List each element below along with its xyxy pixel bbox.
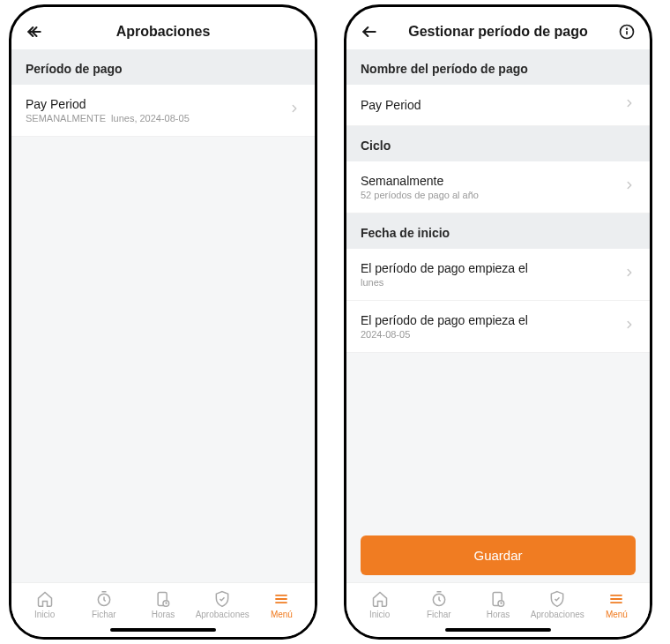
list-item-body: El período de pago empieza el 2024-08-05 — [361, 313, 623, 340]
tab-hours[interactable]: Horas — [133, 590, 192, 619]
tab-label: Menú — [271, 610, 293, 619]
name-value: Pay Period — [361, 98, 623, 112]
tab-label: Inicio — [34, 610, 55, 619]
page-title: Gestionar período de pago — [378, 24, 618, 40]
start-day-title: El período de pago empieza el — [361, 261, 623, 275]
back-icon[interactable] — [361, 23, 378, 41]
section-start: Fecha de inicio — [346, 213, 650, 249]
pay-period-detail: lunes, 2024-08-05 — [111, 113, 190, 124]
content-area: Período de pago Pay Period SEMANALMENTEl… — [11, 49, 315, 582]
save-button[interactable]: Guardar — [361, 535, 636, 575]
tab-label: Horas — [487, 610, 510, 619]
tab-label: Horas — [152, 610, 175, 619]
phone-manage-pay-period: Gestionar período de pago Nombre del per… — [344, 4, 652, 640]
tab-label: Aprobaciones — [531, 610, 584, 619]
phone-approvals: Aprobaciones Período de pago Pay Period … — [9, 4, 317, 640]
cycle-sub: 52 períodos de pago al año — [361, 190, 623, 200]
info-icon[interactable] — [618, 23, 636, 41]
back-icon[interactable] — [26, 23, 43, 41]
home-indicator — [445, 628, 551, 632]
section-pay-period: Período de pago — [11, 49, 315, 85]
chevron-right-icon — [288, 102, 301, 118]
list-item-body: Pay Period SEMANALMENTElunes, 2024-08-05 — [26, 97, 288, 124]
section-cycle: Ciclo — [346, 126, 650, 161]
tab-home[interactable]: Inicio — [350, 590, 409, 619]
pay-period-sub: SEMANALMENTElunes, 2024-08-05 — [26, 113, 288, 124]
tab-label: Menú — [606, 610, 628, 619]
pay-period-row[interactable]: Pay Period SEMANALMENTElunes, 2024-08-05 — [11, 85, 315, 137]
chevron-right-icon — [623, 97, 636, 113]
chevron-right-icon — [623, 318, 636, 334]
name-row[interactable]: Pay Period — [346, 85, 650, 126]
content-area: Nombre del período de pago Pay Period Ci… — [346, 49, 650, 525]
start-day-row[interactable]: El período de pago empieza el lunes — [346, 249, 650, 301]
chevron-right-icon — [623, 266, 636, 282]
tab-approvals[interactable]: Aprobaciones — [528, 590, 587, 619]
tab-menu[interactable]: Menú — [252, 590, 311, 619]
cycle-title: Semanalmente — [361, 174, 623, 188]
start-date-row[interactable]: El período de pago empieza el 2024-08-05 — [346, 301, 650, 353]
tab-label: Fichar — [92, 610, 116, 619]
start-day-sub: lunes — [361, 277, 623, 288]
tab-label: Fichar — [427, 610, 451, 619]
tab-hours[interactable]: Horas — [468, 590, 527, 619]
list-item-body: El período de pago empieza el lunes — [361, 261, 623, 288]
header: Gestionar período de pago — [346, 7, 650, 49]
start-date-sub: 2024-08-05 — [361, 329, 623, 340]
tab-menu[interactable]: Menú — [587, 590, 646, 619]
tab-home[interactable]: Inicio — [15, 590, 74, 619]
list-item-body: Semanalmente 52 períodos de pago al año — [361, 174, 623, 200]
tab-clock[interactable]: Fichar — [74, 590, 133, 619]
chevron-right-icon — [623, 179, 636, 195]
home-indicator — [110, 628, 216, 632]
tab-label: Inicio — [369, 610, 390, 619]
start-date-title: El período de pago empieza el — [361, 313, 623, 327]
header: Aprobaciones — [11, 7, 315, 49]
cycle-row[interactable]: Semanalmente 52 períodos de pago al año — [346, 161, 650, 213]
svg-point-11 — [627, 28, 628, 29]
tab-approvals[interactable]: Aprobaciones — [193, 590, 252, 619]
tab-label: Aprobaciones — [196, 610, 249, 619]
pay-period-title: Pay Period — [26, 97, 288, 111]
pay-period-badge: SEMANALMENTE — [26, 113, 106, 124]
page-title: Aprobaciones — [43, 24, 283, 40]
section-name: Nombre del período de pago — [346, 49, 650, 85]
save-button-container: Guardar — [346, 525, 650, 582]
list-item-body: Pay Period — [361, 98, 623, 112]
tab-clock[interactable]: Fichar — [409, 590, 468, 619]
